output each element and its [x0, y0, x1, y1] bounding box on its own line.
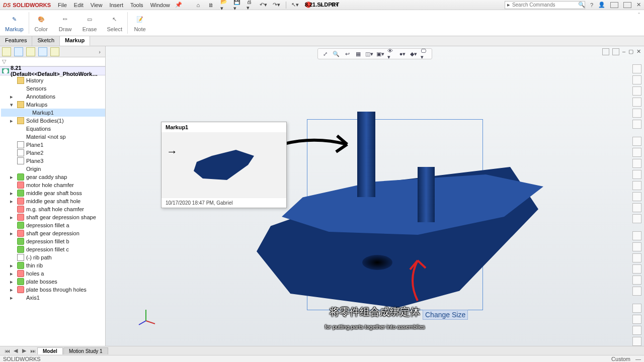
tab-nav-next-icon[interactable]: ▶: [20, 347, 28, 354]
task-pane-icon[interactable]: [632, 214, 641, 223]
apply-scene-icon[interactable]: ◆▾: [410, 50, 418, 58]
task-pane-icon[interactable]: [632, 337, 641, 346]
task-pane-icon[interactable]: [632, 170, 641, 179]
close-icon[interactable]: ✕: [636, 2, 641, 8]
tree-node[interactable]: Markup1: [1, 109, 105, 117]
menu-edit[interactable]: Edit: [74, 2, 84, 8]
tab-nav-last-icon[interactable]: ⏭: [29, 348, 37, 354]
view-settings-icon[interactable]: 🖵▾: [421, 50, 429, 58]
ribbon-draw[interactable]: ✏ Draw: [53, 10, 77, 36]
tab-features[interactable]: Features: [0, 36, 32, 46]
tree-node[interactable]: ▸gear caddy shap: [1, 173, 105, 181]
search-input[interactable]: [512, 2, 576, 8]
tree-node[interactable]: ▸Annotations: [1, 93, 105, 101]
open-icon[interactable]: 📂▾: [220, 1, 228, 9]
task-pane-icon[interactable]: [632, 137, 641, 146]
tree-node[interactable]: depression fillet c: [1, 245, 105, 253]
minimize-icon[interactable]: [610, 2, 618, 8]
tree-node[interactable]: Material <not sp: [1, 133, 105, 141]
menu-file[interactable]: File: [58, 2, 67, 8]
tree-node[interactable]: ▸Solid Bodies(1): [1, 117, 105, 125]
tree-node[interactable]: ▸shaft gear depression: [1, 229, 105, 237]
orientation-triad[interactable]: [136, 306, 156, 326]
user-icon[interactable]: 👤: [598, 2, 605, 8]
vp-layout-icon[interactable]: [602, 48, 609, 55]
tree-node[interactable]: ▸middle gear shaft boss: [1, 189, 105, 197]
zoom-fit-icon[interactable]: ⤢: [321, 50, 329, 58]
task-pane-icon[interactable]: [632, 287, 641, 296]
vp-close-icon[interactable]: ✕: [636, 48, 641, 55]
save-icon[interactable]: 💾▾: [233, 1, 242, 9]
task-pane-icon[interactable]: [632, 109, 641, 118]
tab-nav-first-icon[interactable]: ⏮: [3, 348, 11, 354]
tree-node[interactable]: Plane1: [1, 141, 105, 149]
tree-node[interactable]: Equations: [1, 125, 105, 133]
hide-show-icon[interactable]: 👁▾: [387, 50, 395, 58]
task-pane-icon[interactable]: [632, 264, 641, 274]
task-pane-icon[interactable]: [632, 98, 641, 107]
print-icon[interactable]: 🖨▾: [247, 1, 255, 9]
tab-sketch[interactable]: Sketch: [32, 36, 60, 46]
tree-node[interactable]: Origin: [1, 165, 105, 173]
view-orient-icon[interactable]: ◫▾: [365, 50, 373, 58]
zoom-area-icon[interactable]: 🔍: [332, 50, 340, 58]
tree-node[interactable]: Plane3: [1, 157, 105, 165]
task-pane-icon[interactable]: [632, 304, 641, 313]
new-icon[interactable]: 🗎: [207, 1, 215, 9]
status-units[interactable]: Custom: [611, 356, 630, 362]
task-pane-icon[interactable]: [632, 181, 641, 190]
display-style-icon[interactable]: ▣▾: [376, 50, 384, 58]
ribbon-erase[interactable]: ▭ Erase: [77, 10, 102, 36]
tree-node[interactable]: motor hole chamfer: [1, 181, 105, 189]
restore-icon[interactable]: [623, 2, 631, 8]
tab-nav-prev-icon[interactable]: ◀: [12, 347, 20, 354]
home-icon[interactable]: ⌂: [194, 1, 202, 9]
ribbon-note[interactable]: 📝 Note: [128, 10, 152, 36]
task-pane-icon[interactable]: [632, 276, 641, 285]
ribbon-select[interactable]: ↖ Select: [102, 10, 127, 36]
vp-maximize-icon[interactable]: ▢: [628, 48, 633, 55]
pin-icon[interactable]: 📌: [175, 2, 182, 8]
task-pane-icon[interactable]: [632, 192, 641, 201]
bottom-tab-motion-study[interactable]: Motion Study 1: [63, 347, 108, 354]
bottom-tab-model[interactable]: Model: [37, 347, 63, 354]
tree-node[interactable]: History: [1, 76, 105, 84]
redo-icon[interactable]: ↷▾: [273, 1, 281, 9]
search-commands[interactable]: ▸ 🔍: [505, 1, 585, 9]
task-pane-icon[interactable]: [632, 203, 641, 212]
task-pane-icon[interactable]: [632, 148, 641, 157]
vp-layout2-icon[interactable]: [612, 48, 619, 55]
tree-node[interactable]: ▸shaft gear depression shape: [1, 213, 105, 221]
tree-node[interactable]: depression fillet a: [1, 221, 105, 229]
task-pane-icon[interactable]: [632, 75, 641, 84]
change-size-annotation[interactable]: Change Size: [423, 310, 468, 320]
menu-insert[interactable]: Insert: [109, 2, 123, 8]
tree-node[interactable]: ▸Axis1: [1, 294, 105, 302]
status-menu-icon[interactable]: —: [635, 356, 641, 362]
fm-tree-icon[interactable]: [2, 47, 11, 56]
tree-node[interactable]: depression fillet b: [1, 237, 105, 245]
vp-minimize-icon[interactable]: –: [622, 48, 625, 55]
section-view-icon[interactable]: ▦: [354, 50, 362, 58]
tree-node[interactable]: m.g. shaft hole chamfer: [1, 205, 105, 213]
search-icon[interactable]: 🔍: [578, 2, 585, 8]
task-pane-icon[interactable]: [632, 231, 641, 240]
ribbon-color[interactable]: 🎨 Color: [29, 10, 53, 36]
task-pane-icon[interactable]: [632, 159, 641, 168]
tree-node[interactable]: (-) rib path: [1, 253, 105, 261]
select-icon[interactable]: ↖▾: [291, 1, 299, 9]
tree-node[interactable]: ▸plate bosses: [1, 278, 105, 286]
tree-node[interactable]: ▸plate boss through holes: [1, 286, 105, 294]
tree-node[interactable]: Sensors: [1, 84, 105, 93]
task-pane-icon[interactable]: [632, 315, 641, 324]
task-pane-icon[interactable]: [632, 326, 641, 335]
fm-config-icon[interactable]: [26, 47, 35, 56]
ribbon-expand-icon[interactable]: ˆ: [634, 10, 644, 36]
part-root-node[interactable]: ⬤ 8.21 (Default<<Default>_PhotoWork…: [0, 66, 105, 75]
task-pane-icon[interactable]: [632, 242, 641, 251]
fm-property-icon[interactable]: [14, 47, 23, 56]
fm-expand-icon[interactable]: ›: [96, 49, 103, 55]
help-icon[interactable]: ?: [590, 2, 593, 8]
ribbon-markup[interactable]: ✎ Markup: [0, 10, 29, 36]
task-pane-icon[interactable]: [632, 64, 641, 73]
